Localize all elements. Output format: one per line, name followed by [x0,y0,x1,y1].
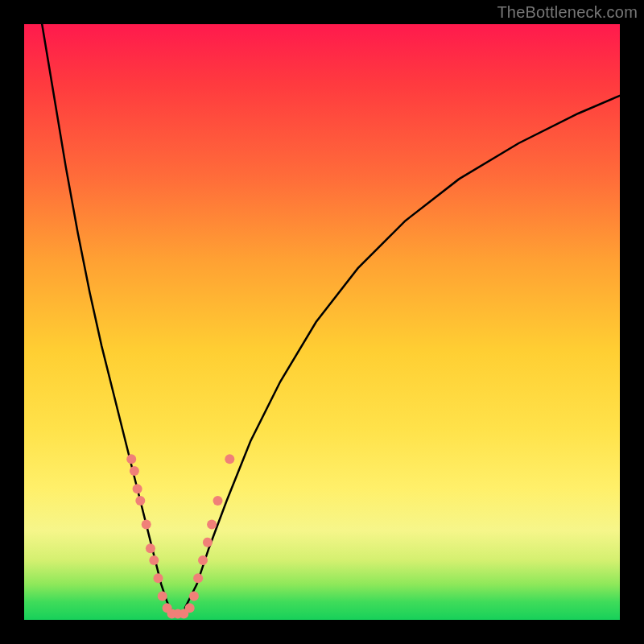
scatter-point [203,538,213,547]
chart-frame: TheBottleneck.com [0,0,644,644]
scatter-point [189,591,199,601]
chart-svg [24,24,620,620]
curve-right-branch [185,96,620,608]
scatter-point [126,454,136,464]
scatter-point [142,520,151,530]
scatter-point [213,496,223,506]
scatter-point [149,555,159,565]
plot-area [24,24,620,620]
scatter-point [135,496,145,506]
curve-group [42,24,620,614]
scatter-group [126,454,234,618]
scatter-point [207,520,217,530]
scatter-point [158,591,167,601]
curve-left-branch [42,24,173,614]
watermark-text: TheBottleneck.com [497,3,638,22]
scatter-point [198,555,208,565]
scatter-point [133,484,142,493]
scatter-point [185,603,195,613]
scatter-point [193,573,203,583]
scatter-point [154,573,163,583]
scatter-point [146,543,155,553]
scatter-point [130,466,139,476]
scatter-point [225,454,234,464]
